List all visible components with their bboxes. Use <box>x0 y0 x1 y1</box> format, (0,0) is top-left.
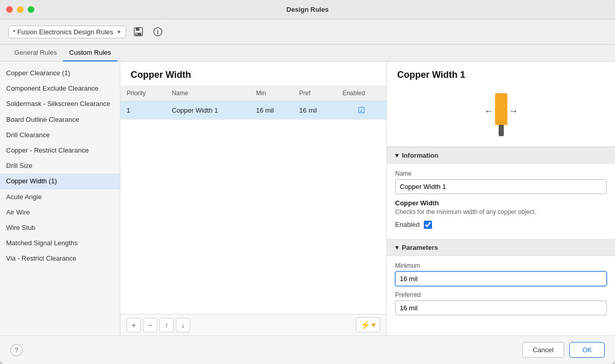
tab-custom-rules[interactable]: Custom Rules <box>63 45 117 61</box>
width-arrows: ← → <box>476 106 527 117</box>
parameters-section-header: ▾ Parameters <box>387 239 615 256</box>
remove-rule-button[interactable]: − <box>143 318 157 332</box>
sidebar: Copper Clearance (1) Component Exclude C… <box>0 61 120 335</box>
cell-enabled: ☑ <box>336 101 386 120</box>
cell-min: 16 mil <box>250 101 293 120</box>
design-rules-dropdown[interactable]: * Fusion Electronics Design Rules ▼ <box>8 26 126 38</box>
sidebar-item-drill-size[interactable]: Drill Size <box>0 158 120 174</box>
sidebar-item-wire-stub[interactable]: Wire Stub <box>0 220 120 235</box>
col-priority: Priority <box>120 85 166 101</box>
svg-rect-1 <box>136 28 139 31</box>
bottom-bar: ? Cancel OK <box>0 335 615 364</box>
sidebar-item-acute-angle[interactable]: Acute Angle <box>0 189 120 205</box>
rules-toolbar: + − ↑ ↓ ⚡ ▾ <box>120 314 386 335</box>
left-arrow-icon: ← <box>484 106 494 117</box>
description-title: Copper Width <box>395 199 607 207</box>
move-up-button[interactable]: ↑ <box>159 318 174 332</box>
window-controls <box>6 6 34 13</box>
sidebar-item-drill-clearance[interactable]: Drill Clearance <box>0 127 120 143</box>
col-min: Min <box>250 85 293 101</box>
collapse-params-icon[interactable]: ▾ <box>395 244 399 251</box>
copper-width-visual: ← → <box>387 85 615 147</box>
cell-priority: 1 <box>120 101 166 120</box>
sidebar-item-board-outline[interactable]: Board Outline Clearance <box>0 112 120 127</box>
content-area: Copper Clearance (1) Component Exclude C… <box>0 61 615 335</box>
minimum-input[interactable] <box>395 271 607 286</box>
information-section-content: Name Copper Width Checks for the minimum… <box>387 164 615 239</box>
minimum-field-label: Minimum <box>395 262 607 269</box>
lightning-dropdown-button[interactable]: ⚡ ▾ <box>356 317 380 332</box>
rules-section-title: Copper Width <box>120 61 386 85</box>
lightning-icon: ⚡ <box>360 320 371 330</box>
enabled-row: Enabled <box>395 221 607 229</box>
information-label: Information <box>402 152 439 159</box>
enabled-checkbox[interactable] <box>424 221 432 229</box>
table-row[interactable]: 1 Copper Width 1 16 mil 16 mil ☑ <box>120 101 386 120</box>
info-icon[interactable]: i <box>151 25 165 39</box>
sidebar-item-copper-restrict[interactable]: Copper - Restrict Clearance <box>0 143 120 158</box>
close-button[interactable] <box>6 6 13 13</box>
cancel-button[interactable]: Cancel <box>522 342 564 358</box>
titlebar: Design Rules <box>0 0 615 19</box>
svg-text:i: i <box>157 29 158 36</box>
col-name: Name <box>166 85 250 101</box>
name-field-label: Name <box>395 170 607 177</box>
enabled-checkmark-icon: ☑ <box>358 106 365 115</box>
col-pref: Pref <box>293 85 336 101</box>
description-text: Checks for the minimum width of any copp… <box>395 208 607 217</box>
ok-button[interactable]: OK <box>569 342 605 358</box>
chevron-down-icon: ▼ <box>116 29 121 35</box>
preferred-field-label: Preferred <box>395 291 607 298</box>
enabled-field-label: Enabled <box>395 221 420 228</box>
cell-name: Copper Width 1 <box>166 101 250 120</box>
dropdown-selected-label: * Fusion Electronics Design Rules <box>13 28 113 36</box>
add-rule-button[interactable]: + <box>127 318 141 332</box>
help-button[interactable]: ? <box>10 344 23 356</box>
parameters-section-content: Minimum Preferred <box>387 256 615 327</box>
parameters-label: Parameters <box>402 244 438 251</box>
preferred-input[interactable] <box>395 301 607 315</box>
copper-visual-bar-bottom <box>499 125 504 136</box>
tabs-bar: General Rules Custom Rules <box>0 45 615 61</box>
sidebar-item-via-restrict[interactable]: Via - Restrict Clearance <box>0 251 120 266</box>
rules-section: Copper Width Priority Name Min Pref Enab… <box>120 61 387 335</box>
window-title: Design Rules <box>286 6 329 13</box>
move-down-button[interactable]: ↓ <box>176 318 190 332</box>
dropdown-arrow-icon: ▾ <box>372 320 376 330</box>
svg-rect-2 <box>135 33 141 35</box>
tab-general-rules[interactable]: General Rules <box>8 45 63 61</box>
main-toolbar: * Fusion Electronics Design Rules ▼ i <box>0 19 615 45</box>
maximize-button[interactable] <box>28 6 34 13</box>
cell-pref: 16 mil <box>293 101 336 120</box>
sidebar-item-component-exclude[interactable]: Component Exclude Clearance <box>0 81 120 96</box>
detail-title: Copper Width 1 <box>387 61 615 85</box>
main-panel: Copper Width Priority Name Min Pref Enab… <box>120 61 615 335</box>
detail-panel: Copper Width 1 ← → <box>387 61 615 335</box>
name-input[interactable] <box>395 179 607 194</box>
main-content: Copper Width Priority Name Min Pref Enab… <box>120 61 615 335</box>
information-section-header: ▾ Information <box>387 147 615 164</box>
rules-table: Priority Name Min Pref Enabled 1 <box>120 85 386 314</box>
minimize-button[interactable] <box>17 6 24 13</box>
sidebar-item-soldermask[interactable]: Soldermask - Silkscreen Clearance <box>0 96 120 112</box>
right-arrow-icon: → <box>509 106 518 117</box>
save-rules-icon[interactable] <box>131 25 146 39</box>
sidebar-item-copper-clearance[interactable]: Copper Clearance (1) <box>0 66 120 81</box>
sidebar-item-copper-width[interactable]: Copper Width (1) <box>0 174 120 189</box>
col-enabled: Enabled <box>336 85 386 101</box>
svg-rect-3 <box>136 33 137 35</box>
sidebar-item-air-wire[interactable]: Air Wire <box>0 205 120 220</box>
app-window: Design Rules * Fusion Electronics Design… <box>0 0 615 364</box>
dialog-buttons: Cancel OK <box>522 342 605 358</box>
sidebar-item-matched-signal[interactable]: Matched Signal Lengths <box>0 235 120 251</box>
collapse-info-icon[interactable]: ▾ <box>395 152 399 159</box>
